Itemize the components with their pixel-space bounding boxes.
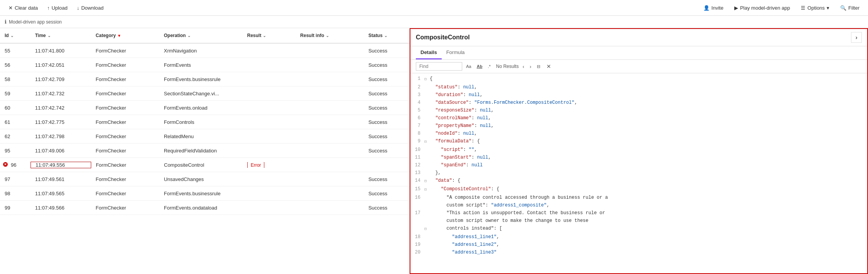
filter-icon-category: ▼ xyxy=(117,34,121,38)
cell-time: 11:07:42.732 xyxy=(31,91,91,96)
cell-operation: FormControls xyxy=(159,119,242,125)
tab-details[interactable]: Details xyxy=(416,46,442,59)
collapse-icon[interactable]: ⊟ xyxy=(424,137,430,146)
play-button[interactable]: ▶ Play model-driven app xyxy=(730,3,794,13)
collapse-icon xyxy=(424,99,430,100)
code-line: custom script": "address1_composite", xyxy=(410,201,867,209)
line-content: "controlName": null, xyxy=(430,114,867,122)
cell-time: 11:07:42.775 xyxy=(31,119,91,125)
col-header-operation[interactable]: Operation ⌄ xyxy=(159,33,242,38)
cell-category: FormChecker xyxy=(91,191,159,196)
cell-id: 96 xyxy=(0,162,31,168)
menu-icon: ☰ xyxy=(801,5,805,11)
table-row[interactable]: 6211:07:42.798FormCheckerRelatedMenuSucc… xyxy=(0,129,409,144)
code-line: 20 "address1_line3" xyxy=(410,249,867,256)
play-icon: ▶ xyxy=(734,5,738,11)
cell-status: Success xyxy=(364,148,409,154)
collapse-icon xyxy=(424,122,430,123)
line-number: 16 xyxy=(410,194,424,201)
find-prev-button[interactable]: ‹ xyxy=(521,63,526,70)
code-area[interactable]: 1⊟{2 "status": null,3 "duration": null,4… xyxy=(410,73,867,273)
col-header-status[interactable]: Status ⌄ xyxy=(364,33,409,38)
options-button[interactable]: ☰ Options ▾ xyxy=(797,3,833,13)
col-header-category[interactable]: Category ▼ xyxy=(91,33,159,38)
code-line: 1⊟{ xyxy=(410,75,867,83)
table-row[interactable]: 5511:07:41.800FormCheckerXrmNavigationSu… xyxy=(0,44,409,58)
search-icon: 🔍 xyxy=(840,5,846,11)
filter-button[interactable]: 🔍 Filter xyxy=(836,3,863,13)
cell-status: Success xyxy=(364,62,409,68)
code-line: 16 "A composite control accessed through… xyxy=(410,194,867,201)
collapse-icon xyxy=(424,130,430,130)
line-number: 7 xyxy=(410,122,424,130)
line-number: 6 xyxy=(410,114,424,122)
sort-icon-result: ⌄ xyxy=(263,34,266,38)
table-body[interactable]: 5511:07:41.800FormCheckerXrmNavigationSu… xyxy=(0,44,409,274)
collapse-icon[interactable]: ⊟ xyxy=(424,185,430,194)
collapse-icon xyxy=(424,217,430,218)
cell-category: FormChecker xyxy=(91,205,159,211)
find-input[interactable] xyxy=(416,62,462,71)
invite-button[interactable]: 👤 Invite xyxy=(700,3,727,13)
cell-id: 55 xyxy=(0,48,31,54)
collapse-icon[interactable]: ⊟ xyxy=(424,225,430,233)
line-number: 9 xyxy=(410,137,424,145)
collapse-icon xyxy=(424,91,430,92)
table-row[interactable]: 9711:07:49.561FormCheckerUnsavedChangesS… xyxy=(0,172,409,186)
table-section: Id ⌄ Time ⌄ Category ▼ Operation ⌄ Resul… xyxy=(0,28,410,274)
line-content: "formulaData": { xyxy=(430,137,867,145)
table-row[interactable]: 5911:07:42.732FormCheckerSectionStateCha… xyxy=(0,86,409,101)
find-next-button[interactable]: › xyxy=(528,63,533,70)
collapse-icon xyxy=(424,107,430,107)
line-content: "address1_line1", xyxy=(430,233,867,241)
table-row[interactable]: 9911:07:49.566FormCheckerFormEvents.onda… xyxy=(0,201,409,215)
status-badge: Error xyxy=(247,162,265,168)
table-row[interactable]: 6111:07:42.775FormCheckerFormControlsSuc… xyxy=(0,115,409,129)
col-header-result[interactable]: Result ⌄ xyxy=(242,33,295,38)
col-header-resultinfo[interactable]: Result info ⌄ xyxy=(296,33,364,38)
regex-button[interactable]: .* xyxy=(486,63,492,69)
line-content: custom script owner to make the change t… xyxy=(430,217,867,225)
table-row[interactable]: 5811:07:42.709FormCheckerFormEvents.busi… xyxy=(0,72,409,86)
clear-data-button[interactable]: ✕ Clear data xyxy=(5,3,42,13)
whole-word-button[interactable]: Ab xyxy=(475,63,484,69)
find-wrap-button[interactable]: ⊟ xyxy=(535,63,542,70)
case-sensitive-button[interactable]: Aa xyxy=(465,63,473,69)
tab-formula[interactable]: Formula xyxy=(442,46,470,59)
cell-category: FormChecker xyxy=(91,76,159,82)
find-close-button[interactable]: ✕ xyxy=(545,63,553,70)
line-number: 1 xyxy=(410,75,424,83)
line-number: 12 xyxy=(410,161,424,169)
line-content: { xyxy=(430,75,867,83)
cell-status: Success xyxy=(364,205,409,211)
find-status: No Results xyxy=(496,64,519,69)
cell-category: FormChecker xyxy=(91,176,159,182)
table-row[interactable]: 9811:07:49.565FormCheckerFormEvents.busi… xyxy=(0,186,409,201)
invite-icon: 👤 xyxy=(703,5,710,11)
cell-operation: XrmNavigation xyxy=(159,48,242,54)
collapse-icon xyxy=(424,161,430,162)
collapse-icon[interactable]: ⊟ xyxy=(424,75,430,83)
code-line: 5 "responseSize": null, xyxy=(410,107,867,114)
table-row[interactable]: 9511:07:49.006FormCheckerRequiredFieldVa… xyxy=(0,144,409,158)
table-row[interactable]: 5611:07:42.051FormCheckerFormEventsSucce… xyxy=(0,58,409,72)
collapse-icon xyxy=(424,146,430,147)
toolbar: ✕ Clear data ↑ Upload ↓ Download 👤 Invit… xyxy=(0,0,868,16)
download-button[interactable]: ↓ Download xyxy=(73,3,107,13)
line-number: 19 xyxy=(410,241,424,249)
expand-button[interactable]: › xyxy=(851,32,862,43)
sort-icon-operation: ⌄ xyxy=(187,34,191,38)
col-header-time[interactable]: Time ⌄ xyxy=(31,33,91,38)
table-row[interactable]: 6011:07:42.742FormCheckerFormEvents.onlo… xyxy=(0,101,409,115)
col-header-id[interactable]: Id ⌄ xyxy=(0,33,31,38)
table-row[interactable]: 9611:07:49.556FormCheckerCompositeContro… xyxy=(0,158,409,172)
filter-label: Filter xyxy=(848,5,859,11)
upload-button[interactable]: ↑ Upload xyxy=(43,3,71,13)
cell-id: 60 xyxy=(0,105,31,111)
cell-id: 61 xyxy=(0,119,31,125)
cell-status: Success xyxy=(364,91,409,96)
line-content: "propertyName": null, xyxy=(430,122,867,130)
code-line: 2 "status": null, xyxy=(410,83,867,91)
collapse-icon[interactable]: ⊟ xyxy=(424,177,430,185)
line-number: 5 xyxy=(410,107,424,114)
